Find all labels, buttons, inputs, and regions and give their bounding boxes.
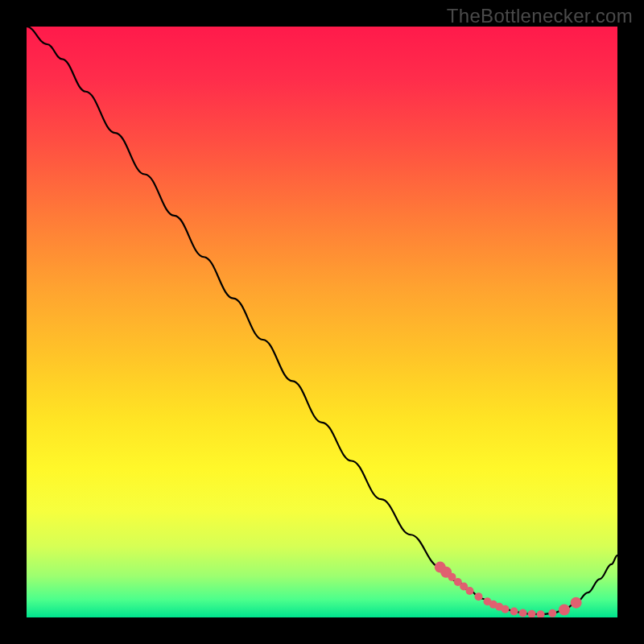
bottleneck-curve (27, 27, 617, 614)
curve-marker (548, 609, 556, 617)
curve-marker (466, 587, 474, 595)
marker-group (435, 562, 582, 617)
chart-frame: TheBottlenecker.com (0, 0, 644, 644)
curve-marker (475, 592, 483, 601)
curve-marker (537, 610, 545, 617)
plot-area (27, 27, 617, 617)
curve-marker (502, 605, 510, 613)
curve-marker (571, 597, 582, 609)
curve-svg (27, 27, 617, 617)
curve-marker (519, 609, 527, 617)
watermark-text: TheBottlenecker.com (447, 5, 633, 27)
curve-marker (559, 604, 570, 615)
curve-marker (510, 607, 518, 615)
curve-marker (528, 610, 536, 617)
